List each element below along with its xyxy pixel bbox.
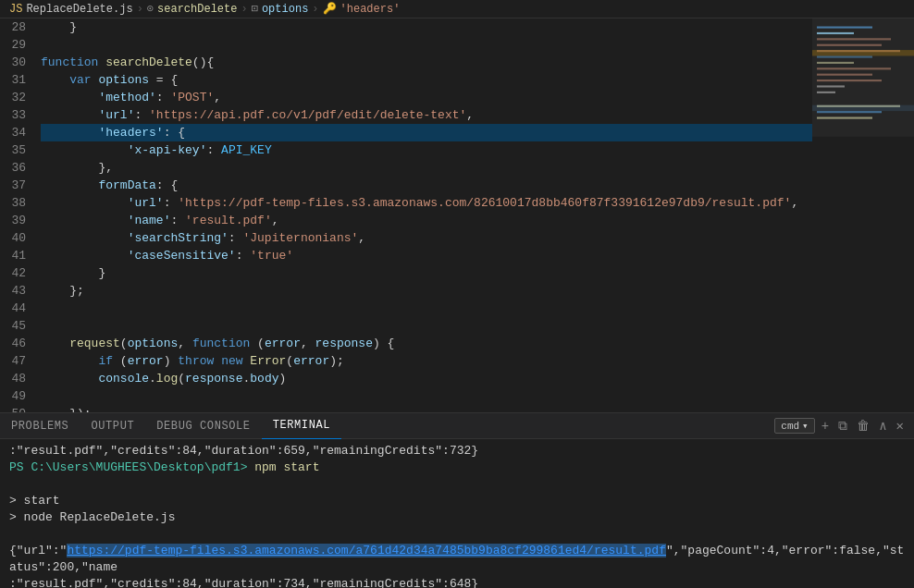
code-line [41, 317, 812, 335]
svg-rect-15 [817, 111, 882, 113]
bottom-panel: PROBLEMS OUTPUT DEBUG CONSOLE TERMINAL c… [0, 412, 914, 588]
breadcrumb-headers[interactable]: 'headers' [340, 3, 401, 16]
code-line: 'url': 'https://pdf-temp-files.s3.amazon… [41, 194, 812, 212]
code-line: }, [41, 159, 812, 177]
trash-icon[interactable]: 🗑 [854, 419, 872, 434]
breadcrumb-options[interactable]: options [262, 3, 308, 16]
code-line: 'url': 'https://api.pdf.co/v1/pdf/edit/d… [41, 106, 812, 124]
breadcrumb-js-icon: JS [9, 3, 22, 16]
code-line: 'x-api-key': API_KEY [41, 141, 812, 159]
code-line: } [41, 18, 812, 36]
line-number: 49 [9, 387, 26, 405]
line-number: 43 [9, 282, 26, 300]
terminal-line-7: {"url":"https://pdf-temp-files.s3.amazon… [9, 543, 905, 576]
line-number: 39 [9, 212, 26, 229]
code-line [41, 300, 812, 317]
code-line [41, 387, 812, 405]
line-number: 42 [9, 264, 26, 282]
terminal-line-2: PS C:\Users\MUGHEES\Desktop\pdf1> npm st… [9, 459, 905, 476]
line-number: 36 [9, 159, 26, 177]
svg-rect-2 [817, 27, 872, 29]
svg-rect-17 [812, 50, 914, 55]
breadcrumb-file[interactable]: ReplaceDelete.js [26, 3, 132, 16]
line-number: 48 [9, 370, 26, 387]
code-line: if (error) throw new Error(error); [41, 352, 812, 370]
code-line: 'name': 'result.pdf', [41, 212, 812, 229]
code-line: formData: { [41, 177, 812, 194]
code-line: }); [41, 405, 812, 412]
terminal-line-5: > node ReplaceDelete.js [9, 509, 905, 526]
terminal-line-4: > start [9, 493, 905, 509]
line-number: 35 [9, 141, 26, 159]
line-number: 34 [9, 124, 26, 141]
line-number: 31 [9, 71, 26, 89]
code-line: function searchDelete(){ [41, 54, 812, 71]
svg-rect-8 [817, 62, 854, 64]
line-number: 45 [9, 317, 26, 335]
minimap [812, 18, 914, 412]
cmd-label: cmd [781, 421, 799, 432]
terminal-line-8: :"result.pdf","credits":84,"duration":73… [9, 576, 905, 588]
code-line: }; [41, 282, 812, 300]
terminal-line-6 [9, 526, 905, 543]
line-number: 46 [9, 335, 26, 352]
line-numbers: 2829303132333435363738394041424344454647… [0, 18, 33, 412]
svg-rect-13 [817, 92, 835, 93]
code-line: 'caseSensitive': 'true' [41, 247, 812, 264]
panel-tabs: PROBLEMS OUTPUT DEBUG CONSOLE TERMINAL c… [0, 413, 914, 439]
svg-rect-18 [812, 105, 914, 111]
tab-output[interactable]: OUTPUT [80, 413, 145, 439]
svg-rect-9 [817, 67, 891, 69]
code-line: var options = { [41, 71, 812, 89]
svg-rect-4 [817, 38, 891, 40]
code-line: } [41, 264, 812, 282]
terminal-line-1: :"result.pdf","credits":84,"duration":65… [9, 443, 905, 459]
svg-rect-3 [817, 32, 854, 34]
chevron-down-icon: ▾ [802, 420, 809, 432]
code-line: request(options, function (error, respon… [41, 335, 812, 352]
line-number: 44 [9, 300, 26, 317]
tab-problems[interactable]: PROBLEMS [0, 413, 80, 439]
close-icon[interactable]: ✕ [894, 418, 907, 434]
plus-icon[interactable]: + [819, 419, 832, 434]
line-number: 41 [9, 247, 26, 264]
code-line: 'headers': { [41, 124, 812, 141]
line-number: 47 [9, 352, 26, 370]
tab-terminal[interactable]: TERMINAL [262, 413, 341, 439]
svg-rect-10 [817, 74, 872, 76]
line-number: 30 [9, 54, 26, 71]
svg-rect-1 [812, 18, 914, 137]
breadcrumb-func[interactable]: searchDelete [157, 3, 237, 16]
terminal-line-3 [9, 476, 905, 493]
chevron-up-icon[interactable]: ∧ [876, 418, 889, 434]
line-number: 33 [9, 106, 26, 124]
line-number: 28 [9, 18, 26, 36]
code-line [41, 36, 812, 54]
terminal-content[interactable]: :"result.pdf","credits":84,"duration":65… [0, 439, 914, 588]
tab-debug-console[interactable]: DEBUG CONSOLE [145, 413, 261, 439]
svg-rect-16 [817, 117, 872, 119]
line-number: 32 [9, 89, 26, 106]
line-number: 29 [9, 36, 26, 54]
code-line: console.log(response.body) [41, 370, 812, 387]
code-line: 'searchString': 'Jupiternonians', [41, 229, 812, 247]
editor-area: 2829303132333435363738394041424344454647… [0, 18, 914, 412]
panel-controls: cmd ▾ + ⧉ 🗑 ∧ ✕ [774, 418, 914, 434]
svg-rect-7 [817, 55, 872, 57]
svg-rect-12 [817, 85, 845, 87]
line-number: 40 [9, 229, 26, 247]
line-number: 38 [9, 194, 26, 212]
code-line: 'method': 'POST', [41, 89, 812, 106]
split-icon[interactable]: ⧉ [835, 419, 850, 434]
svg-rect-5 [817, 44, 882, 46]
svg-rect-11 [817, 80, 882, 81]
code-content[interactable]: } function searchDelete(){ var options =… [33, 18, 812, 412]
line-number: 50 [9, 405, 26, 412]
url-highlight: https://pdf-temp-files.s3.amazonaws.com/… [67, 544, 666, 557]
breadcrumb: JS ReplaceDelete.js › ⊙ searchDelete › ⊡… [0, 0, 914, 18]
cmd-dropdown[interactable]: cmd ▾ [774, 418, 814, 434]
line-number: 37 [9, 177, 26, 194]
